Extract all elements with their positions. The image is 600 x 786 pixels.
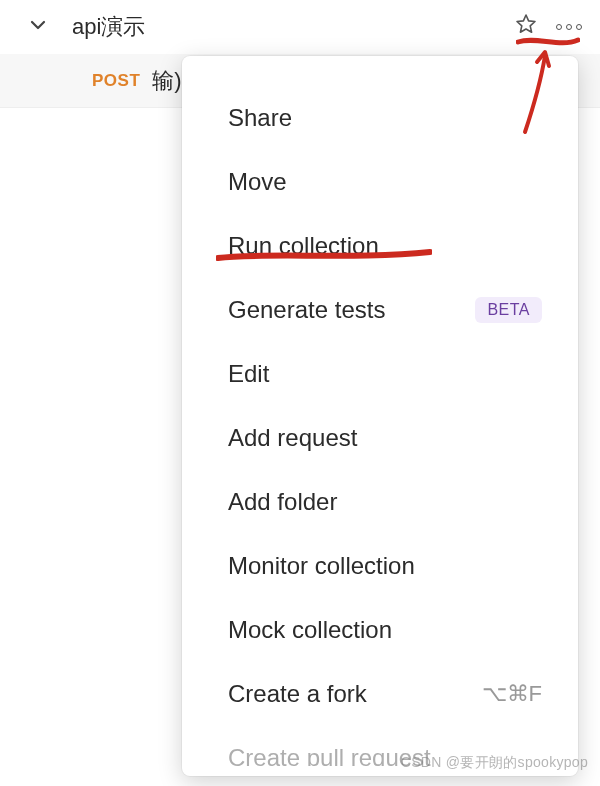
menu-item-label: Monitor collection xyxy=(228,552,542,580)
http-method-label: POST xyxy=(92,71,140,91)
menu-item-monitor-collection[interactable]: Monitor collection xyxy=(182,534,578,598)
menu-item-mock-collection[interactable]: Mock collection xyxy=(182,598,578,662)
request-name: 输) xyxy=(152,66,181,96)
menu-item-generate-tests[interactable]: Generate tests BETA xyxy=(182,278,578,342)
menu-item-label: Add folder xyxy=(228,488,542,516)
menu-item-create-fork[interactable]: Create a fork ⌥⌘F xyxy=(182,662,578,726)
menu-item-run-collection[interactable]: Run collection xyxy=(182,214,578,278)
collection-title[interactable]: api演示 xyxy=(72,12,514,42)
collection-header: api演示 xyxy=(0,0,600,54)
menu-item-label: Add request xyxy=(228,424,542,452)
menu-item-label: Mock collection xyxy=(228,616,542,644)
watermark-text: CSDN @要开朗的spookypop xyxy=(401,754,588,772)
chevron-down-icon[interactable] xyxy=(28,15,48,40)
menu-item-label: Create a fork xyxy=(228,680,482,708)
menu-item-share[interactable]: Share xyxy=(182,86,578,150)
menu-item-label: Generate tests xyxy=(228,296,475,324)
keyboard-shortcut: ⌥⌘F xyxy=(482,681,542,707)
menu-item-move[interactable]: Move xyxy=(182,150,578,214)
menu-item-edit[interactable]: Edit xyxy=(182,342,578,406)
star-icon[interactable] xyxy=(514,12,538,42)
menu-item-label: Edit xyxy=(228,360,542,388)
menu-item-add-folder[interactable]: Add folder xyxy=(182,470,578,534)
menu-item-label: Run collection xyxy=(228,232,542,260)
context-menu: Share Move Run collection Generate tests… xyxy=(182,56,578,776)
menu-item-add-request[interactable]: Add request xyxy=(182,406,578,470)
menu-item-label: Move xyxy=(228,168,542,196)
beta-badge: BETA xyxy=(475,297,542,323)
menu-item-label: Share xyxy=(228,104,542,132)
more-options-icon[interactable] xyxy=(556,24,582,30)
